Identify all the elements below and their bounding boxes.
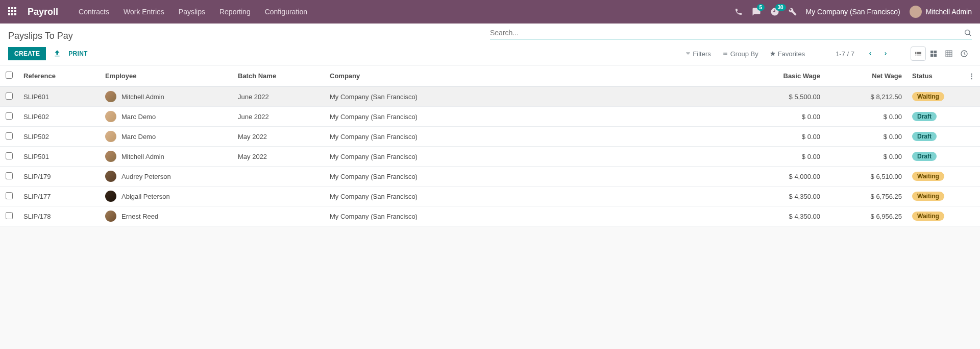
row-checkbox[interactable] [6, 132, 13, 139]
table-row[interactable]: SLIP602 Marc Demo June 2022 My Company (… [0, 107, 980, 127]
cell-options [963, 187, 980, 206]
cell-options [963, 87, 980, 107]
cell-company: My Company (San Francisco) [325, 107, 744, 127]
employee-avatar [105, 211, 116, 222]
cp-right: Filters Group By Favorites 1-7 / 7 [685, 46, 972, 61]
cell-basic: $ 4,350.00 [744, 187, 825, 206]
print-button[interactable]: PRINT [68, 50, 88, 57]
cell-employee: Marc Demo [100, 107, 233, 127]
row-checkbox[interactable] [6, 152, 13, 159]
row-checkbox[interactable] [6, 112, 13, 120]
table-row[interactable]: SLIP/179 Audrey Peterson My Company (San… [0, 167, 980, 187]
cell-options [963, 206, 980, 226]
search-input[interactable] [490, 29, 964, 37]
row-checkbox[interactable] [6, 92, 13, 100]
select-all-checkbox[interactable] [6, 72, 13, 79]
create-button[interactable]: CREATE [8, 47, 46, 60]
cell-status: Waiting [907, 87, 963, 107]
table-row[interactable]: SLIP601 Mitchell Admin June 2022 My Comp… [0, 87, 980, 107]
cell-batch: May 2022 [233, 127, 325, 147]
cell-employee: Mitchell Admin [100, 147, 233, 167]
nav-payslips[interactable]: Payslips [179, 8, 205, 16]
pager-prev-icon[interactable] [865, 50, 876, 57]
export-icon[interactable] [53, 50, 61, 58]
app-name[interactable]: Payroll [28, 7, 58, 17]
pager-next-icon[interactable] [880, 50, 891, 57]
row-checkbox[interactable] [6, 192, 13, 199]
header-basic[interactable]: Basic Wage [744, 65, 825, 87]
page-title: Payslips To Pay [8, 29, 73, 41]
nav-work-entries[interactable]: Work Entries [124, 8, 164, 16]
table-row[interactable]: SLIP/177 Abigail Peterson My Company (Sa… [0, 187, 980, 206]
cell-reference: SLIP502 [18, 127, 100, 147]
header-company[interactable]: Company [325, 65, 744, 87]
cell-employee: Mitchell Admin [100, 87, 233, 107]
header-net[interactable]: Net Wage [825, 65, 907, 87]
funnel-icon [685, 51, 691, 56]
nav-configuration[interactable]: Configuration [265, 8, 307, 16]
apps-icon[interactable] [8, 7, 17, 16]
cell-company: My Company (San Francisco) [325, 147, 744, 167]
header-employee[interactable]: Employee [100, 65, 233, 87]
favorites-label: Favorites [778, 50, 805, 58]
cell-reference: SLIP602 [18, 107, 100, 127]
cell-status: Draft [907, 127, 963, 147]
pivot-view-icon[interactable] [941, 46, 957, 61]
cell-net: $ 0.00 [825, 147, 907, 167]
cell-company: My Company (San Francisco) [325, 87, 744, 107]
company-selector[interactable]: My Company (San Francisco) [806, 8, 900, 16]
cell-batch [233, 167, 325, 187]
employee-name: Mitchell Admin [121, 153, 164, 160]
user-name: Mitchell Admin [926, 8, 972, 16]
table-row[interactable]: SLIP502 Marc Demo May 2022 My Company (S… [0, 127, 980, 147]
table-row[interactable]: SLIP/178 Ernest Reed My Company (San Fra… [0, 206, 980, 226]
cell-reference: SLIP601 [18, 87, 100, 107]
cell-reference: SLIP501 [18, 147, 100, 167]
search-icon[interactable] [964, 29, 972, 37]
debug-icon[interactable] [789, 8, 797, 16]
filters-button[interactable]: Filters [685, 50, 710, 58]
groupby-button[interactable]: Group By [722, 50, 758, 58]
cell-reference: SLIP/179 [18, 167, 100, 187]
avatar [910, 6, 922, 18]
messaging-icon[interactable]: 5 [752, 7, 761, 16]
employee-name: Abigail Peterson [121, 193, 170, 200]
favorites-button[interactable]: Favorites [770, 50, 805, 58]
row-checkbox[interactable] [6, 212, 13, 219]
cell-basic: $ 0.00 [744, 147, 825, 167]
list-view-icon[interactable] [911, 46, 926, 61]
view-switcher [911, 46, 972, 61]
cell-options [963, 127, 980, 147]
search-options: Filters Group By Favorites [685, 50, 805, 58]
kanban-view-icon[interactable] [926, 46, 941, 61]
header-status[interactable]: Status [907, 65, 963, 87]
header-batch[interactable]: Batch Name [233, 65, 325, 87]
payslip-list: Reference Employee Batch Name Company Ba… [0, 65, 980, 226]
nav-reporting[interactable]: Reporting [219, 8, 251, 16]
header-reference[interactable]: Reference [18, 65, 100, 87]
activity-view-icon[interactable] [957, 46, 972, 61]
pager-text[interactable]: 1-7 / 7 [836, 50, 854, 58]
header-options-icon[interactable]: ⋮ [963, 65, 980, 87]
user-menu[interactable]: Mitchell Admin [910, 6, 972, 18]
table-header-row: Reference Employee Batch Name Company Ba… [0, 65, 980, 87]
row-checkbox[interactable] [6, 172, 13, 179]
table-row[interactable]: SLIP501 Mitchell Admin May 2022 My Compa… [0, 147, 980, 167]
cell-status: Draft [907, 107, 963, 127]
employee-name: Ernest Reed [121, 213, 158, 220]
phone-icon[interactable] [734, 8, 743, 16]
cell-basic: $ 5,500.00 [744, 87, 825, 107]
status-badge: Waiting [912, 192, 944, 201]
nav-contracts[interactable]: Contracts [79, 8, 109, 16]
payslip-table: Reference Employee Batch Name Company Ba… [0, 65, 980, 226]
row-checkbox-cell [0, 206, 18, 226]
control-panel: Payslips To Pay CREATE PRINT Filters [0, 24, 980, 65]
cell-company: My Company (San Francisco) [325, 167, 744, 187]
employee-name: Mitchell Admin [121, 93, 164, 101]
search-bar[interactable] [490, 29, 972, 39]
activities-icon[interactable]: 30 [770, 7, 779, 16]
employee-avatar [105, 91, 116, 102]
nav-menu: Contracts Work Entries Payslips Reportin… [79, 8, 307, 16]
cell-options [963, 167, 980, 187]
header-checkbox [0, 65, 18, 87]
